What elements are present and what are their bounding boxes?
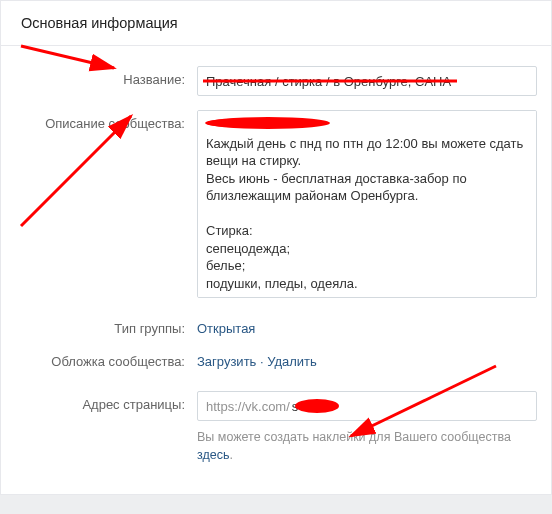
- basic-info-panel: Основная информация Название: Описание с…: [0, 0, 552, 495]
- cover-upload-link[interactable]: Загрузить: [197, 354, 256, 369]
- url-field[interactable]: https://vk.com/: [197, 391, 537, 421]
- label-name: Название:: [15, 66, 197, 87]
- url-input[interactable]: [290, 399, 528, 414]
- form-area: Название: Описание сообщества: Каждый де…: [1, 46, 551, 494]
- name-input[interactable]: [197, 66, 537, 96]
- label-address: Адрес страницы:: [15, 391, 197, 412]
- row-name: Название:: [15, 66, 537, 96]
- label-group-type: Тип группы:: [15, 315, 197, 336]
- row-description: Описание сообщества: Каждый день с пнд п…: [15, 110, 537, 301]
- url-prefix: https://vk.com/: [206, 399, 290, 414]
- row-address: Адрес страницы: https://vk.com/ Вы может…: [15, 391, 537, 464]
- svg-line-4: [21, 46, 114, 68]
- row-group-type: Тип группы: Открытая: [15, 315, 537, 336]
- label-description: Описание сообщества:: [15, 110, 197, 131]
- cover-separator: ·: [256, 354, 267, 369]
- label-cover: Обложка сообщества:: [15, 348, 197, 369]
- group-type-value[interactable]: Открытая: [197, 315, 537, 336]
- hint-text: Вы можете создать наклейки для Вашего со…: [197, 430, 511, 444]
- row-cover: Обложка сообщества: Загрузить · Удалить: [15, 348, 537, 369]
- hint-link[interactable]: здесь: [197, 448, 229, 462]
- description-textarea[interactable]: Каждый день с пнд по птн до 12:00 вы мож…: [197, 110, 537, 298]
- cover-delete-link[interactable]: Удалить: [267, 354, 317, 369]
- panel-header: Основная информация: [1, 1, 551, 46]
- address-hint: Вы можете создать наклейки для Вашего со…: [197, 429, 537, 464]
